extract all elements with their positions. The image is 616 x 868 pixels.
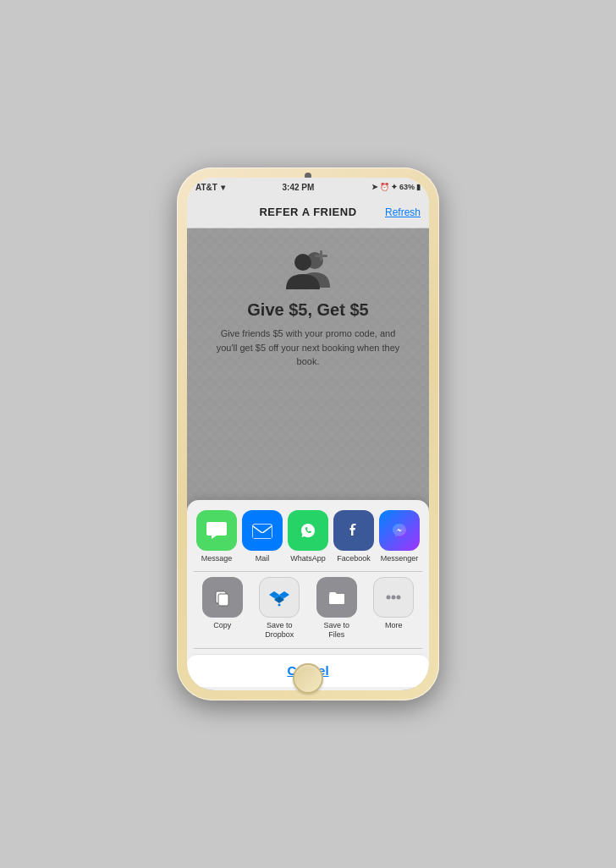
svg-rect-7: [253, 533, 272, 538]
battery-text: 63%: [399, 183, 415, 191]
share-item-mail[interactable]: Mail: [240, 510, 284, 563]
location-icon: ➤: [371, 183, 378, 191]
status-bar: AT&T ▾ 3:42 PM ➤ ⏰ ✦ 63% ▮: [187, 178, 429, 196]
facebook-icon-wrap: [333, 510, 374, 551]
share-item-more[interactable]: More: [371, 577, 415, 640]
mail-icon: [250, 519, 274, 542]
row-divider: [194, 571, 422, 572]
message-icon-wrap: [196, 510, 237, 551]
mail-label: Mail: [256, 554, 270, 563]
copy-label: Copy: [213, 621, 231, 630]
copy-icon: [211, 585, 234, 609]
whatsapp-label: WhatsApp: [290, 554, 326, 563]
share-item-copy[interactable]: Copy: [201, 577, 245, 640]
battery-icon: ▮: [416, 183, 421, 191]
phone-inner: AT&T ▾ 3:42 PM ➤ ⏰ ✦ 63% ▮ REFER A FRIEN…: [187, 178, 429, 690]
share-item-messenger[interactable]: Messenger: [377, 510, 421, 563]
dropbox-icon-wrap: [259, 577, 300, 618]
svg-rect-16: [329, 594, 344, 604]
svg-rect-14: [218, 594, 228, 606]
share-item-dropbox[interactable]: Save to Dropbox: [257, 577, 301, 640]
status-right: ➤ ⏰ ✦ 63% ▮: [371, 183, 421, 191]
files-label: Save to Files: [315, 621, 359, 640]
svg-point-1: [294, 254, 311, 271]
wifi-icon: ▾: [221, 183, 225, 192]
content-area: Give $5, Get $5 Give friends $5 with you…: [187, 228, 429, 690]
share-item-facebook[interactable]: Facebook: [332, 510, 376, 563]
home-button[interactable]: [293, 663, 323, 694]
refresh-button[interactable]: Refresh: [385, 206, 421, 218]
status-left: AT&T ▾: [195, 183, 225, 192]
facebook-icon: [342, 519, 366, 542]
messenger-label: Messenger: [381, 554, 419, 563]
more-label: More: [385, 621, 403, 630]
nav-bar: REFER A FRIEND Refresh: [187, 196, 429, 228]
share-item-message[interactable]: Message: [195, 510, 239, 563]
alarm-icon: ⏰: [380, 183, 389, 191]
page-title: REFER A FRIEND: [259, 206, 356, 218]
status-time: 3:42 PM: [283, 183, 315, 192]
phone-outer: AT&T ▾ 3:42 PM ➤ ⏰ ✦ 63% ▮ REFER A FRIEN…: [177, 168, 439, 700]
dropbox-label: Save to Dropbox: [257, 621, 301, 640]
refer-icon: [283, 245, 333, 292]
more-icon: [382, 585, 405, 609]
messenger-icon-wrap: [379, 510, 420, 551]
share-row-2: Copy Save to D: [194, 577, 422, 640]
svg-rect-3: [315, 255, 327, 257]
whatsapp-icon-wrap: [288, 510, 328, 551]
mail-icon-wrap: [242, 510, 283, 551]
svg-point-15: [278, 604, 281, 607]
carrier-text: AT&T: [195, 183, 217, 192]
messenger-icon: [388, 519, 411, 542]
share-item-files[interactable]: Save to Files: [315, 577, 359, 640]
main-description: Give friends $5 with your promo code, an…: [204, 327, 412, 369]
message-icon: [205, 519, 228, 542]
message-label: Message: [201, 554, 233, 563]
files-icon: [325, 585, 349, 609]
share-sheet: Message: [187, 500, 429, 690]
dropbox-icon: [267, 585, 291, 609]
svg-point-19: [397, 596, 401, 600]
main-heading: Give $5, Get $5: [247, 300, 368, 320]
facebook-label: Facebook: [337, 554, 371, 563]
more-icon-wrap: [373, 577, 414, 618]
bluetooth-icon: ✦: [391, 183, 398, 191]
cancel-divider: [194, 648, 422, 649]
share-row-1: Message: [194, 510, 422, 563]
svg-point-18: [392, 596, 396, 600]
share-item-whatsapp[interactable]: WhatsApp: [286, 510, 330, 563]
files-icon-wrap: [316, 577, 357, 618]
svg-point-17: [387, 596, 391, 600]
svg-rect-9: [342, 519, 366, 542]
friends-icon: [283, 245, 333, 292]
copy-icon-wrap: [202, 577, 243, 618]
whatsapp-icon: [296, 519, 320, 542]
